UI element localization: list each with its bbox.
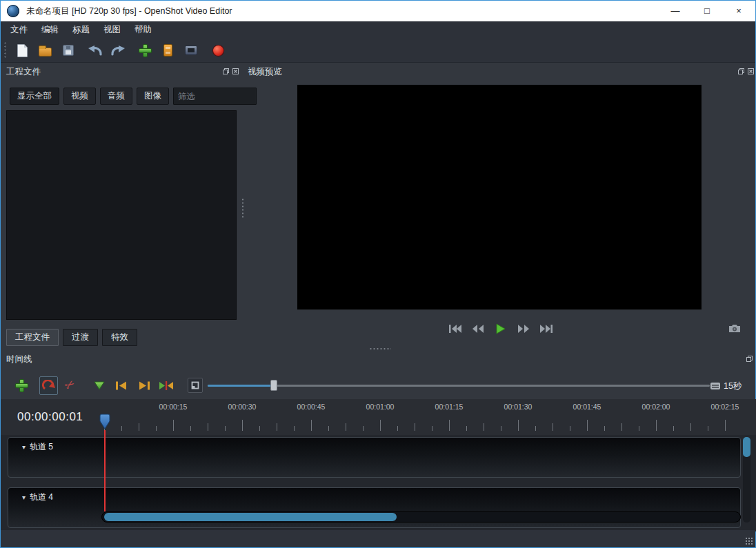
undo-icon	[88, 45, 103, 57]
import-files-button[interactable]	[135, 40, 156, 61]
float-panel-icon[interactable]	[737, 68, 745, 75]
track-5-label: ▾ 轨道 5	[22, 441, 53, 453]
tab-effects[interactable]: 特效	[102, 329, 137, 346]
jump-to-start-button[interactable]	[445, 321, 466, 337]
center-playhead-button[interactable]	[159, 380, 174, 393]
export-icon	[185, 45, 197, 55]
ruler-label: 00:00:30	[228, 403, 257, 411]
menu-file[interactable]: 文件	[3, 21, 34, 39]
fast-forward-icon	[517, 324, 530, 334]
open-project-button[interactable]	[34, 40, 56, 61]
window-title: 未命名项目 [HD 720p 30 fps] - OpenShot Video …	[26, 6, 232, 17]
snapping-icon	[42, 380, 55, 392]
jump-to-end-button[interactable]	[536, 321, 557, 337]
tab-transitions[interactable]: 过渡	[63, 329, 98, 346]
ruler-label: 00:02:00	[642, 403, 670, 411]
fast-forward-button[interactable]	[513, 321, 534, 337]
vertical-scrollbar-thumb[interactable]	[743, 437, 750, 457]
minimize-button[interactable]: —	[659, 1, 691, 21]
close-button[interactable]: ×	[723, 1, 755, 21]
menubar: 文件 编辑 标题 视图 帮助	[1, 21, 755, 39]
center-playhead-icon	[159, 381, 174, 390]
ruler-label: 00:00:15	[159, 403, 188, 411]
float-panel-icon[interactable]	[746, 355, 753, 363]
zoom-slider-track[interactable]	[208, 385, 710, 387]
menu-edit[interactable]: 编辑	[34, 21, 66, 39]
titlebar: 未命名项目 [HD 720p 30 fps] - OpenShot Video …	[1, 1, 755, 21]
previous-marker-button[interactable]	[115, 380, 127, 393]
save-project-button[interactable]	[57, 40, 79, 61]
snapping-toggle-button[interactable]	[39, 376, 58, 395]
track-collapse-icon[interactable]: ▾	[22, 494, 26, 501]
plus-icon	[139, 44, 152, 57]
playhead-marker[interactable]	[99, 414, 110, 430]
zoom-fit-icon	[191, 381, 199, 389]
redo-button[interactable]	[107, 40, 128, 61]
zoom-seconds-label: 15秒	[724, 380, 742, 392]
marker-icon	[94, 381, 105, 390]
new-project-icon	[17, 44, 28, 57]
record-icon	[213, 45, 223, 56]
next-marker-button[interactable]	[139, 380, 150, 393]
video-preview-panel-title: 视频预览	[248, 66, 282, 78]
project-files-dock-buttons	[222, 68, 239, 75]
rewind-button[interactable]	[468, 321, 488, 337]
vertical-splitter[interactable]	[241, 198, 244, 219]
track-collapse-icon[interactable]: ▾	[22, 443, 26, 451]
rewind-icon	[471, 324, 485, 334]
timeline-panel-title: 时间线	[6, 354, 32, 365]
zoom-fit-button[interactable]	[188, 378, 203, 393]
status-bar	[1, 530, 755, 547]
horizontal-scrollbar-thumb[interactable]	[104, 513, 397, 521]
menu-view[interactable]: 视图	[97, 21, 128, 39]
filter-image-button[interactable]: 图像	[137, 88, 169, 105]
choose-profile-button[interactable]	[157, 40, 179, 61]
float-panel-icon[interactable]	[222, 68, 230, 75]
track-5[interactable]: ▾ 轨道 5	[8, 437, 741, 478]
current-time-display: 00:00:00:01	[17, 410, 83, 424]
tab-project-files[interactable]: 工程文件	[6, 329, 59, 346]
horizontal-splitter-top[interactable]	[369, 347, 391, 350]
export-video-button[interactable]	[180, 40, 201, 61]
previous-marker-icon	[115, 381, 127, 390]
zoom-slider-handle[interactable]	[270, 380, 277, 391]
media-filter-row: 显示全部 视频 音频 图像	[10, 88, 257, 105]
undo-button[interactable]	[84, 40, 106, 61]
playhead-line	[104, 430, 106, 511]
zoom-scale-icon	[710, 382, 721, 390]
snapshot-button[interactable]	[728, 323, 742, 336]
jump-end-icon	[539, 324, 553, 334]
razor-tool-button[interactable]: ✂	[61, 376, 78, 394]
maximize-button[interactable]: □	[691, 1, 723, 21]
ruler-label: 00:00:45	[297, 403, 326, 411]
filter-show-all-button[interactable]: 显示全部	[10, 88, 59, 105]
film-profile-icon	[163, 44, 172, 57]
video-preview-dock-buttons	[737, 68, 755, 75]
play-button[interactable]	[490, 321, 511, 337]
video-preview-screen[interactable]	[297, 85, 702, 309]
close-panel-icon[interactable]	[747, 68, 755, 75]
ruler-label: 00:01:30	[504, 403, 533, 411]
add-marker-button[interactable]	[94, 380, 105, 393]
resize-grip[interactable]	[745, 537, 753, 545]
ruler-label: 00:01:00	[366, 403, 395, 411]
close-panel-icon[interactable]	[232, 68, 239, 75]
save-icon	[63, 45, 74, 56]
record-button[interactable]	[208, 40, 229, 61]
filter-video-button[interactable]: 视频	[63, 88, 96, 105]
filter-search-input[interactable]	[173, 88, 257, 105]
menu-title[interactable]: 标题	[66, 21, 97, 39]
project-files-list[interactable]	[6, 110, 237, 320]
zoom-scale-indicator	[710, 380, 721, 393]
menu-help[interactable]: 帮助	[128, 21, 159, 39]
openshot-logo-icon	[7, 5, 19, 17]
openshot-window: 未命名项目 [HD 720p 30 fps] - OpenShot Video …	[0, 0, 756, 548]
ruler-label: 00:02:15	[711, 403, 739, 411]
timeline-dock-buttons	[746, 355, 753, 363]
new-project-button[interactable]	[12, 40, 33, 61]
main-toolbar	[1, 39, 755, 63]
toolbar-grip[interactable]	[3, 41, 7, 59]
left-panel-tabs: 工程文件 过渡 特效	[6, 329, 137, 346]
camera-icon	[728, 323, 742, 334]
filter-audio-button[interactable]: 音频	[100, 88, 132, 105]
